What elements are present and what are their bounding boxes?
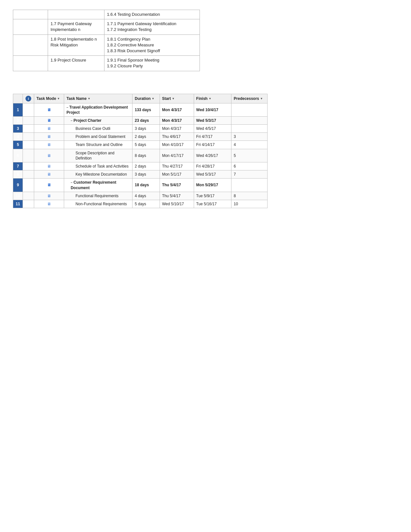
task-name-cell: Functional Requirements: [64, 192, 132, 200]
predecessors-cell: 4: [231, 141, 268, 149]
task-mode-icon: 🖥: [47, 108, 51, 112]
task-mode-icon: 🖥: [47, 183, 51, 187]
duration-dropdown-icon: ▼: [152, 97, 154, 100]
table-row: 3🖥Business Case Outli3 daysMon 4/3/17Wed…: [13, 125, 268, 133]
task-name-cell: Schedule of Task and Activities: [64, 162, 132, 170]
collapse-icon[interactable]: −: [71, 119, 73, 122]
cell-18-label: 1.8 Post Implementatio n Risk Mitigation: [48, 34, 104, 56]
task-name-text: Project Charter: [73, 118, 102, 123]
task-mode-cell: 🖥: [34, 133, 64, 141]
task-mode-cell: 🖥: [34, 125, 64, 133]
task-name-text: Customer Requirement Document: [71, 180, 116, 190]
task-name-cell: Business Case Outli: [64, 125, 132, 133]
row-blank: [23, 133, 34, 141]
table-row: 5🖥Team Structure and Outline5 daysMon 4/…: [13, 141, 268, 149]
row-number: 4: [13, 133, 23, 141]
task-mode-icon: 🖥: [47, 194, 51, 198]
row-blank: [23, 103, 34, 116]
info-icon: i: [25, 96, 31, 102]
task-name-dropdown-icon: ▼: [88, 97, 91, 100]
table-header-row: i Task Mode ▼ Task Name ▼ Duration ▼: [13, 94, 268, 103]
finish-cell: Wed 5/3/17: [194, 116, 231, 124]
task-mode-cell: 🖥: [34, 179, 64, 192]
duration-cell: 18 days: [132, 179, 160, 192]
task-name-cell: −Travel Application Development Project: [64, 103, 132, 116]
task-name-text: Business Case Outli: [75, 126, 110, 131]
duration-cell: 3 days: [132, 125, 160, 133]
task-mode-cell: 🖥: [34, 141, 64, 149]
row-number: 6: [13, 149, 23, 162]
start-cell: Thu 5/4/17: [160, 192, 194, 200]
task-name-text: Scope Description and Definition: [75, 151, 114, 160]
task-name-cell: Problem and Goal Statement: [64, 133, 132, 141]
row-number: 2: [13, 116, 23, 124]
task-name-text: Key Milestone Documentation: [75, 172, 127, 177]
task-mode-cell: 🖥: [34, 192, 64, 200]
col-header-finish: Finish ▼: [194, 94, 231, 103]
row-number: 1: [13, 103, 23, 116]
col-header-duration: Duration ▼: [132, 94, 160, 103]
top-summary-table: 1.6.4 Testing Documentation 1.7 Payment …: [13, 10, 200, 71]
duration-cell: 133 days: [132, 103, 160, 116]
table-row: 7🖥Schedule of Task and Activities2 daysT…: [13, 162, 268, 170]
col-header-rownum: [13, 94, 23, 103]
table-row: 1.9 Project Closure 1.9.1 Final Sponsor …: [13, 56, 200, 71]
start-cell: Mon 4/3/17: [160, 103, 194, 116]
finish-cell: Fri 4/14/17: [194, 141, 231, 149]
col-header-task-name: Task Name ▼: [64, 94, 132, 103]
finish-cell: Fri 4/7/17: [194, 133, 231, 141]
start-cell: Mon 4/17/17: [160, 149, 194, 162]
task-name-cell: Team Structure and Outline: [64, 141, 132, 149]
table-row: 11🖥Non-Functional Requirements5 daysWed …: [13, 200, 268, 208]
predecessors-dropdown-icon: ▼: [260, 97, 263, 100]
task-mode-cell: 🖥: [34, 162, 64, 170]
finish-cell: Wed 5/3/17: [194, 170, 231, 179]
finish-cell: Mon 5/29/17: [194, 179, 231, 192]
duration-cell: 5 days: [132, 141, 160, 149]
task-name-cell: −Customer Requirement Document: [64, 179, 132, 192]
task-mode-icon: 🖥: [47, 142, 51, 147]
task-mode-cell: 🖥: [34, 116, 64, 124]
table-row: 10🖥Functional Requirements4 daysThu 5/4/…: [13, 192, 268, 200]
collapse-icon[interactable]: −: [71, 181, 73, 184]
duration-cell: 2 days: [132, 162, 160, 170]
row-blank: [23, 192, 34, 200]
collapse-icon[interactable]: −: [66, 106, 68, 109]
table-row: 4🖥Problem and Goal Statement2 daysThu 4/…: [13, 133, 268, 141]
duration-cell: 8 days: [132, 149, 160, 162]
finish-cell: Wed 4/26/17: [194, 149, 231, 162]
task-mode-icon: 🖥: [47, 172, 51, 177]
row-number: 5: [13, 141, 23, 149]
duration-cell: 5 days: [132, 200, 160, 208]
start-cell: Thu 4/6/17: [160, 133, 194, 141]
cell-164: 1.6.4 Testing Documentation: [104, 10, 200, 19]
table-row: 6🖥Scope Description and Definition8 days…: [13, 149, 268, 162]
task-name-text: Functional Requirements: [75, 194, 118, 198]
task-name-cell: Non-Functional Requirements: [64, 200, 132, 208]
task-name-cell: −Project Charter: [64, 116, 132, 124]
row-blank: [23, 116, 34, 124]
row-blank: [23, 170, 34, 179]
duration-cell: 4 days: [132, 192, 160, 200]
predecessors-cell: 8: [231, 192, 268, 200]
start-cell: Mon 4/10/17: [160, 141, 194, 149]
task-mode-cell: 🖥: [34, 170, 64, 179]
row-number: 11: [13, 200, 23, 208]
row-number: 7: [13, 162, 23, 170]
table-row: 1.7 Payment Gateway Implementatio n 1.7.…: [13, 19, 200, 34]
task-name-text: Non-Functional Requirements: [75, 202, 127, 206]
row-blank: [23, 149, 34, 162]
cell-19-label: 1.9 Project Closure: [48, 56, 104, 71]
predecessors-cell: 10: [231, 200, 268, 208]
task-mode-icon: 🖥: [47, 118, 51, 123]
finish-cell: Wed 10/4/17: [194, 103, 231, 116]
cell-18-items: 1.8.1 Contingency Plan1.8.2 Corrective M…: [104, 34, 200, 56]
finish-cell: Tue 5/16/17: [194, 200, 231, 208]
predecessors-cell: [231, 103, 268, 116]
task-mode-cell: 🖥: [34, 149, 64, 162]
row-blank: [23, 162, 34, 170]
table-row: 1.6.4 Testing Documentation: [13, 10, 200, 19]
spacer: [13, 84, 398, 94]
row-blank: [23, 200, 34, 208]
start-dropdown-icon: ▼: [172, 97, 175, 100]
